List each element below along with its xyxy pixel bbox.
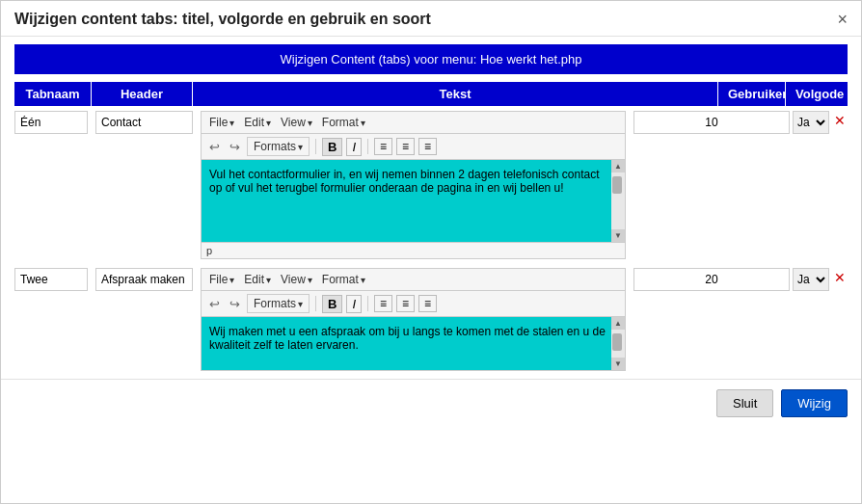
tabnaam-input-2[interactable] bbox=[14, 268, 88, 291]
align-center-2[interactable]: ≡ bbox=[396, 295, 415, 312]
scrollbar-thumb-1 bbox=[612, 176, 622, 194]
editor-status-1: p bbox=[202, 242, 625, 258]
file-menu-1[interactable]: File bbox=[206, 115, 237, 130]
editor-1: File Edit View Format ↩ ↪ Formats B I ≡ … bbox=[201, 111, 626, 259]
row-header-2 bbox=[95, 268, 197, 291]
header-input-1[interactable] bbox=[95, 111, 193, 134]
th-volgode: Volgode bbox=[785, 82, 848, 106]
scrollbar-thumb-2 bbox=[612, 333, 622, 351]
row-tekst-1: File Edit View Format ↩ ↪ Formats B I ≡ … bbox=[201, 111, 630, 259]
scrollbar-up-2[interactable]: ▲ bbox=[611, 317, 625, 330]
editor-scrollbar-1[interactable]: ▲ ▼ bbox=[611, 160, 625, 242]
title-bar: Wijzigen content tabs: titel, volgorde e… bbox=[1, 1, 861, 37]
format-menu-1[interactable]: Format bbox=[319, 115, 368, 130]
undo-button-2[interactable]: ↩ bbox=[206, 296, 223, 312]
editor-content-1[interactable]: Vul het contactformulier in, en wij neme… bbox=[202, 160, 625, 242]
align-right-1[interactable]: ≡ bbox=[418, 138, 437, 155]
undo-button-1[interactable]: ↩ bbox=[206, 139, 223, 155]
edit-menu-1[interactable]: Edit bbox=[241, 115, 274, 130]
redo-button-1[interactable]: ↪ bbox=[227, 139, 243, 155]
row-right-1: Ja Nee ✕ bbox=[633, 111, 848, 134]
th-tekst: Tekst bbox=[193, 82, 717, 106]
bold-button-1[interactable]: B bbox=[322, 138, 342, 156]
wijzig-button[interactable]: Wijzig bbox=[781, 389, 848, 417]
align-left-1[interactable]: ≡ bbox=[374, 138, 392, 155]
row-right-2: Ja Nee ✕ bbox=[633, 268, 848, 291]
gebruiken-select-2[interactable]: Ja Nee bbox=[793, 268, 829, 291]
align-center-1[interactable]: ≡ bbox=[396, 138, 415, 155]
scrollbar-up-1[interactable]: ▲ bbox=[611, 160, 625, 172]
edit-menu-2[interactable]: Edit bbox=[241, 272, 274, 287]
editor-content-2[interactable]: Wij maken met u een afspraak om bij u la… bbox=[202, 317, 625, 370]
redo-button-2[interactable]: ↪ bbox=[227, 296, 243, 312]
header-input-2[interactable] bbox=[95, 268, 193, 291]
editor-scrollbar-2[interactable]: ▲ ▼ bbox=[611, 317, 625, 370]
gebruiken-select-1[interactable]: Ja Nee bbox=[793, 111, 829, 134]
scrollbar-track-2 bbox=[611, 330, 625, 358]
th-header: Header bbox=[92, 82, 193, 106]
sep-2 bbox=[367, 139, 368, 154]
sep-3 bbox=[315, 296, 316, 311]
view-menu-1[interactable]: View bbox=[278, 115, 315, 130]
sep-1 bbox=[315, 139, 316, 154]
editor-toolbar1-1: File Edit View Format bbox=[202, 112, 625, 134]
footer: Sluit Wijzig bbox=[1, 379, 861, 427]
view-menu-2[interactable]: View bbox=[278, 272, 315, 287]
modal: Wijzigen content tabs: titel, volgorde e… bbox=[0, 0, 862, 504]
row-tabnaam-2 bbox=[14, 268, 92, 291]
file-menu-2[interactable]: File bbox=[206, 272, 237, 287]
bold-button-2[interactable]: B bbox=[322, 295, 342, 313]
th-gebruiken: Gebruiken bbox=[717, 82, 785, 106]
sep-4 bbox=[367, 296, 368, 311]
th-tabnaam: Tabnaam bbox=[14, 82, 92, 106]
format-menu-2[interactable]: Format bbox=[319, 272, 368, 287]
blue-banner: Wijzigen Content (tabs) voor menu: Hoe w… bbox=[14, 44, 848, 74]
italic-button-2[interactable]: I bbox=[346, 295, 362, 313]
table-header: Tabnaam Header Tekst Gebruiken Volgode bbox=[1, 82, 861, 106]
scrollbar-track-1 bbox=[611, 172, 625, 229]
tabnaam-input-1[interactable] bbox=[14, 111, 88, 134]
editor-toolbar2-1: ↩ ↪ Formats B I ≡ ≡ ≡ bbox=[202, 134, 625, 160]
delete-button-2[interactable]: ✕ bbox=[832, 268, 848, 287]
formats-dropdown-2[interactable]: Formats bbox=[247, 294, 310, 313]
volgode-input-1[interactable] bbox=[633, 111, 790, 134]
editor-toolbar1-2: File Edit View Format bbox=[202, 269, 625, 291]
editor-toolbar2-2: ↩ ↪ Formats B I ≡ ≡ ≡ bbox=[202, 291, 625, 317]
row-tekst-2: File Edit View Format ↩ ↪ Formats B I ≡ … bbox=[201, 268, 630, 371]
italic-button-1[interactable]: I bbox=[346, 138, 362, 156]
delete-button-1[interactable]: ✕ bbox=[832, 111, 848, 130]
row-tabnaam-1 bbox=[14, 111, 92, 134]
close-button[interactable]: × bbox=[837, 11, 848, 28]
align-right-2[interactable]: ≡ bbox=[418, 295, 437, 312]
table-row: File Edit View Format ↩ ↪ Formats B I ≡ … bbox=[1, 106, 861, 263]
scrollbar-down-1[interactable]: ▼ bbox=[611, 229, 625, 242]
volgode-input-2[interactable] bbox=[633, 268, 790, 291]
table-row: File Edit View Format ↩ ↪ Formats B I ≡ … bbox=[1, 263, 861, 375]
editor-content-outer-2: Wij maken met u een afspraak om bij u la… bbox=[202, 317, 625, 370]
row-header-1 bbox=[95, 111, 197, 134]
formats-dropdown-1[interactable]: Formats bbox=[247, 137, 310, 156]
scrollbar-down-2[interactable]: ▼ bbox=[611, 358, 625, 370]
page-title: Wijzigen content tabs: titel, volgorde e… bbox=[14, 11, 431, 28]
editor-content-outer-1: Vul het contactformulier in, en wij neme… bbox=[202, 160, 625, 242]
editor-2: File Edit View Format ↩ ↪ Formats B I ≡ … bbox=[201, 268, 626, 371]
sluit-button[interactable]: Sluit bbox=[716, 389, 773, 417]
align-left-2[interactable]: ≡ bbox=[374, 295, 392, 312]
